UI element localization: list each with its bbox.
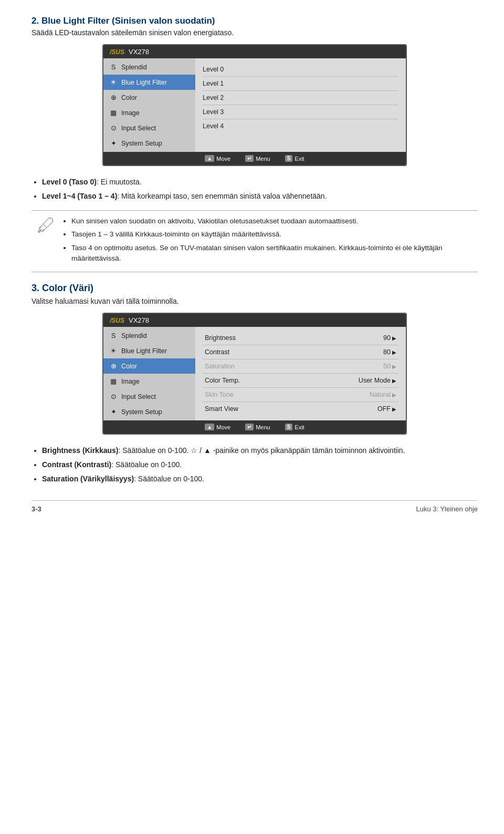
note-1: Kun sinisen valon suodatin on aktivoitu,…	[71, 216, 470, 226]
asus-logo-1: /SUS	[110, 48, 124, 56]
content2-label: Smart View	[205, 405, 238, 413]
monitor-2-footer: ▲Move↵MenuSExit	[103, 420, 406, 434]
content2-value: Natural ▶	[370, 391, 396, 398]
section-2-heading: 2. Blue Light Filter (Sinisen valon suod…	[32, 16, 478, 26]
sidebar-label-image: Image	[121, 109, 140, 117]
section-3: 3. Color (Väri) Valitse haluamasi kuvan …	[32, 283, 478, 485]
content2-row: Smart ViewOFF ▶	[203, 402, 398, 416]
footer-icon-move: ▲	[205, 155, 214, 162]
sidebar-label-input-select: Input Select	[121, 125, 156, 132]
sidebar2-label-color: Color	[121, 363, 137, 370]
content-item: Level 4	[203, 119, 398, 133]
monitor-2-model: VX278	[129, 316, 149, 324]
content2-row: Saturation50 ▶	[203, 359, 398, 374]
arrow-right-icon: ▶	[392, 406, 396, 412]
section-3-heading: 3. Color (Väri)	[32, 283, 478, 294]
arrow-right-icon: ▶	[392, 392, 396, 398]
sidebar2-item-system-setup: ✦System Setup	[103, 404, 195, 419]
note-3: Taso 4 on optimoitu asetus. Se on TUV-ma…	[71, 243, 470, 264]
footer2-icon-exit: S	[285, 424, 293, 430]
content2-value: OFF ▶	[377, 405, 396, 413]
sidebar2-label-system-setup: System Setup	[121, 408, 162, 416]
sidebar-item-input-select: ⊙Input Select	[103, 120, 195, 136]
sidebar2-icon-color: ⊕	[109, 362, 118, 370]
footer2-btn-menu: ↵Menu	[245, 424, 270, 430]
content-item: Level 3	[203, 105, 398, 119]
page-number: 3-3	[32, 505, 41, 513]
arrow-right-icon: ▶	[392, 335, 396, 341]
sidebar-label-blue-light-filter: Blue Light Filter	[121, 79, 167, 86]
sidebar-item-image: ▦Image	[103, 105, 195, 120]
content-item: Level 2	[203, 91, 398, 105]
sidebar2-label-blue-light-filter: Blue Light Filter	[121, 347, 167, 355]
bullet-contrast-term: Contrast (Kontrasti)	[42, 460, 111, 469]
content2-value: 50 ▶	[383, 363, 396, 370]
sidebar-icon-splendid: S	[109, 63, 118, 71]
bullet-level0: Level 0 (Taso 0): Ei muutosta.	[42, 177, 478, 188]
content2-label: Brightness	[205, 334, 236, 342]
monitor-mockup-2: /SUS VX278 SSplendid☀Blue Light Filter⊕C…	[102, 313, 407, 435]
monitor-mockup-1: /SUS VX278 SSplendid☀Blue Light Filter⊕C…	[102, 44, 407, 166]
sidebar2-item-image: ▦Image	[103, 374, 195, 389]
bullet-brightness-term: Brightness (Kirkkaus)	[42, 446, 118, 455]
sidebar2-icon-input-select: ⊙	[109, 393, 118, 400]
footer-icon-exit: S	[285, 155, 293, 162]
sidebar-label-splendid: Splendid	[121, 64, 147, 71]
sidebar-item-blue-light-filter: ☀Blue Light Filter	[103, 75, 195, 90]
asus-logo-2: /SUS	[110, 317, 124, 324]
content2-row: Brightness90 ▶	[203, 331, 398, 345]
monitor-1-content: Level 0Level 1Level 2Level 3Level 4	[195, 58, 406, 152]
chapter-label: Luku 3: Yleinen ohje	[416, 505, 478, 513]
sidebar-item-color: ⊕Color	[103, 90, 195, 105]
content2-value: 90 ▶	[383, 334, 396, 342]
monitor-1-model: VX278	[129, 48, 149, 56]
sidebar2-item-color: ⊕Color	[103, 358, 195, 374]
footer-btn-exit: SExit	[285, 155, 304, 162]
section-2-bullets: Level 0 (Taso 0): Ei muutosta. Level 1~4…	[42, 177, 478, 202]
sidebar-icon-image: ▦	[109, 109, 118, 117]
monitor-2-content: Brightness90 ▶Contrast80 ▶Saturation50 ▶…	[195, 327, 406, 420]
bullet-contrast: Contrast (Kontrasti): Säätöalue on 0-100…	[42, 459, 478, 470]
sidebar-label-color: Color	[121, 94, 137, 101]
section-3-subtitle: Valitse haluamasi kuvan väri tällä toimi…	[32, 297, 478, 305]
bullet-level1-4-text: : Mitä korkeampi taso, sen enemmän sinis…	[117, 192, 327, 200]
section-2: 2. Blue Light Filter (Sinisen valon suod…	[32, 16, 478, 272]
note-2: Tasojen 1 – 3 välillä Kirkkaus-toiminto …	[71, 229, 470, 240]
sidebar-icon-input-select: ⊙	[109, 124, 118, 132]
feather-icon: 🖊	[37, 216, 56, 235]
bullet-saturation: Saturation (Värikylläisyys): Säätöalue o…	[42, 473, 478, 485]
sidebar2-icon-blue-light-filter: ☀	[109, 347, 118, 355]
sidebar-icon-color: ⊕	[109, 94, 118, 101]
bullet-level1-4: Level 1~4 (Taso 1 – 4): Mitä korkeampi t…	[42, 191, 478, 202]
sidebar2-item-blue-light-filter: ☀Blue Light Filter	[103, 343, 195, 358]
page-footer: 3-3 Luku 3: Yleinen ohje	[32, 500, 478, 513]
sidebar2-icon-splendid: S	[109, 332, 118, 339]
content-item: Level 0	[203, 63, 398, 77]
sidebar2-label-input-select: Input Select	[121, 393, 156, 400]
sidebar-item-splendid: SSplendid	[103, 59, 195, 75]
arrow-right-icon: ▶	[392, 364, 396, 369]
footer-btn-move: ▲Move	[205, 155, 230, 162]
sidebar2-icon-system-setup: ✦	[109, 408, 118, 416]
sidebar-label-system-setup: System Setup	[121, 140, 162, 147]
sidebar-icon-system-setup: ✦	[109, 139, 118, 147]
sidebar2-icon-image: ▦	[109, 377, 118, 385]
sidebar2-item-input-select: ⊙Input Select	[103, 389, 195, 404]
content2-value: 80 ▶	[383, 348, 396, 356]
content2-label: Contrast	[205, 348, 229, 356]
content-item: Level 1	[203, 77, 398, 91]
monitor-2-titlebar: /SUS VX278	[103, 314, 406, 327]
note-list: Kun sinisen valon suodatin on aktivoitu,…	[71, 216, 470, 264]
sidebar2-item-splendid: SSplendid	[103, 328, 195, 343]
arrow-right-icon: ▶	[392, 349, 396, 355]
content2-value: User Mode ▶	[359, 377, 396, 384]
monitor-1-sidebar: SSplendid☀Blue Light Filter⊕Color▦Image⊙…	[103, 58, 195, 152]
bullet-brightness: Brightness (Kirkkaus): Säätöalue on 0-10…	[42, 445, 478, 456]
sidebar-icon-blue-light-filter: ☀	[109, 78, 118, 86]
bullet-level0-term: Level 0 (Taso 0)	[42, 178, 97, 186]
footer-icon-menu: ↵	[245, 155, 254, 162]
footer2-icon-menu: ↵	[245, 424, 254, 430]
sidebar2-label-splendid: Splendid	[121, 332, 147, 339]
content2-row: Skin ToneNatural ▶	[203, 388, 398, 402]
monitor-2-sidebar: SSplendid☀Blue Light Filter⊕Color▦Image⊙…	[103, 327, 195, 420]
